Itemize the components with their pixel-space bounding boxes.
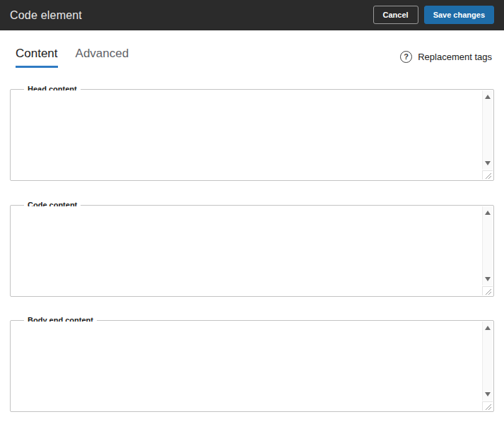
scroll-up-button[interactable] bbox=[483, 323, 493, 333]
question-circle-icon: ? bbox=[400, 51, 412, 63]
code-content-textarea[interactable] bbox=[11, 206, 481, 295]
tab-advanced[interactable]: Advanced bbox=[76, 47, 129, 68]
scroll-up-button[interactable] bbox=[483, 92, 493, 102]
scroll-up-button[interactable] bbox=[483, 208, 493, 218]
triangle-down-icon bbox=[485, 161, 491, 165]
resize-grip-icon[interactable] bbox=[482, 286, 493, 295]
tab-content[interactable]: Content bbox=[16, 47, 58, 68]
triangle-up-icon bbox=[485, 211, 491, 215]
cancel-button[interactable]: Cancel bbox=[373, 6, 418, 24]
save-changes-button[interactable]: Save changes bbox=[424, 6, 494, 24]
resize-grip-icon[interactable] bbox=[482, 170, 493, 179]
triangle-down-icon bbox=[485, 277, 491, 281]
scroll-down-button[interactable] bbox=[483, 389, 493, 399]
replacement-tags-label: Replacement tags bbox=[418, 52, 492, 62]
head-content-scrollbar[interactable] bbox=[482, 90, 493, 170]
head-content-textarea[interactable] bbox=[11, 90, 481, 179]
triangle-up-icon bbox=[485, 326, 491, 330]
code-content-panel: Code content bbox=[10, 205, 494, 297]
body-end-content-textarea[interactable] bbox=[11, 322, 481, 411]
scroll-down-button[interactable] bbox=[483, 158, 493, 168]
scroll-down-button[interactable] bbox=[483, 274, 493, 284]
body-end-content-scrollbar[interactable] bbox=[482, 322, 493, 401]
body-end-content-panel: Body end content bbox=[10, 320, 494, 412]
code-content-scrollbar[interactable] bbox=[482, 206, 493, 285]
replacement-tags-link[interactable]: ? Replacement tags bbox=[400, 50, 492, 63]
header-bar: Code element Cancel Save changes bbox=[0, 0, 504, 30]
head-content-panel: Head content bbox=[10, 89, 494, 181]
triangle-up-icon bbox=[485, 95, 491, 99]
tab-bar: Content Advanced bbox=[16, 47, 129, 68]
resize-grip-icon[interactable] bbox=[482, 401, 493, 411]
header-actions: Cancel Save changes bbox=[373, 6, 494, 24]
triangle-down-icon bbox=[485, 392, 491, 396]
page-title: Code element bbox=[10, 0, 82, 30]
